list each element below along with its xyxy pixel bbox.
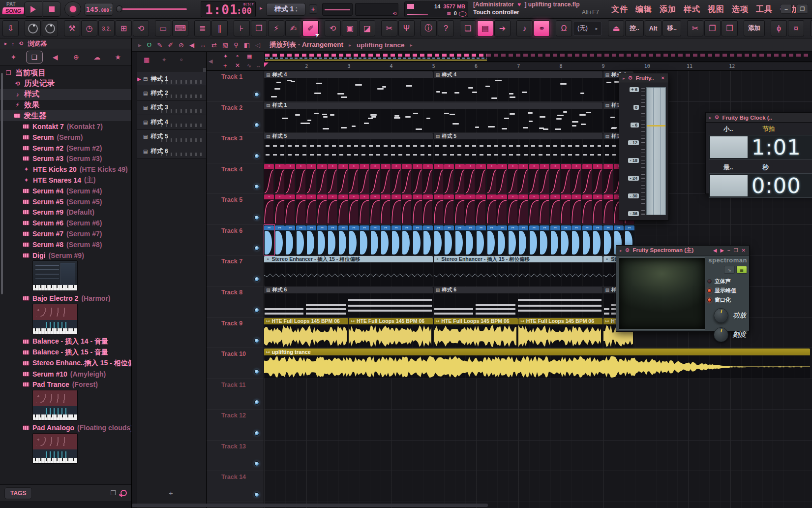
audio-clip[interactable]: ↦: [476, 225, 486, 255]
pattern-clip[interactable]: ▤样式 1: [264, 102, 602, 132]
track-header[interactable]: Track 8: [207, 286, 264, 318]
audio-clip[interactable]: ↦HTE Full Loops 145 BPM 06: [434, 318, 518, 348]
pattern-clip[interactable]: ▤样式 5: [434, 133, 602, 163]
automation-clip[interactable]: ⚬: [391, 164, 401, 194]
audio-clip[interactable]: ↦: [285, 225, 295, 255]
clip-header[interactable]: ▤样式 5: [434, 133, 602, 139]
clip-header[interactable]: ↦HTE Full Loops 145 BPM 06: [349, 318, 433, 324]
clip-header[interactable]: ▤样式 4: [434, 71, 602, 78]
automation-clip[interactable]: ⚬: [550, 194, 560, 224]
audio-clip[interactable]: ↦: [434, 225, 444, 255]
clip-header[interactable]: ↦HTE Full Loops 145 BPM 06: [518, 318, 602, 324]
audio-clip[interactable]: ↦HTE Full Loops 145 BPM 06: [349, 318, 433, 348]
cut-button-icon[interactable]: ✂: [687, 20, 703, 36]
record-audio-icon[interactable]: Ψ: [398, 20, 415, 36]
track-lane[interactable]: [264, 441, 812, 472]
browser-item[interactable]: Serum #5(Serum #5): [0, 196, 131, 207]
save-new-version-icon[interactable]: ◪: [359, 20, 375, 36]
browser-item[interactable]: Serum #9(Default): [0, 207, 131, 218]
panel-arrow-icon[interactable]: ▸: [709, 115, 712, 120]
pattern-prev-button[interactable]: ▸: [260, 5, 263, 11]
automation-clip[interactable]: ⚬: [423, 164, 433, 194]
browser-item[interactable]: ♪样式: [0, 89, 131, 100]
automation-clip[interactable]: ⚬: [497, 194, 507, 224]
master-volume-knob[interactable]: [25, 20, 41, 36]
close-icon[interactable]: ✕: [661, 75, 665, 81]
browser-item[interactable]: Serum #4(Serum #4): [0, 186, 131, 196]
automation-clip[interactable]: ⚬: [338, 164, 348, 194]
master-pitch-knob[interactable]: [42, 20, 58, 36]
minimize-button[interactable]: –: [781, 4, 792, 14]
automation-clip[interactable]: ⚬: [306, 164, 316, 194]
pattern-clip[interactable]: ▤样式 4: [264, 71, 433, 101]
clip-header[interactable]: ↦uplifting trance: [264, 349, 810, 355]
track-led[interactable]: [254, 154, 259, 159]
automation-clip[interactable]: ⚬: [593, 164, 602, 194]
pat-song-toggle[interactable]: PAT SONG: [2, 1, 22, 17]
pattern-clip[interactable]: ▤样式 5: [264, 133, 433, 163]
browser-collapse-icon[interactable]: ▸: [4, 40, 7, 47]
clip-header[interactable]: ▤样式 6: [434, 287, 602, 293]
play-button[interactable]: [24, 1, 42, 17]
metronome-icon[interactable]: ⚒: [64, 20, 80, 36]
paste-button-icon[interactable]: ❒: [722, 20, 738, 36]
audio-clip[interactable]: ↦: [561, 225, 571, 255]
automation-clip[interactable]: ⚬: [264, 164, 274, 194]
browser-item[interactable]: Serum #8(Serum #8): [0, 239, 131, 250]
loop-record-icon[interactable]: ⟲: [133, 20, 149, 36]
automation-clip[interactable]: ⚬: [381, 194, 391, 224]
menu-item-5[interactable]: 视图: [708, 4, 724, 15]
browser-item[interactable]: ⟲历史记录: [0, 78, 131, 89]
picker-audio-tab[interactable]: ✦: [161, 56, 167, 64]
automation-source-icon[interactable]: ⚬: [235, 53, 240, 60]
audio-clip[interactable]: ↦: [550, 225, 560, 255]
automation-clip[interactable]: ⚬: [465, 164, 475, 194]
track-led[interactable]: [254, 184, 259, 189]
audio-clip[interactable]: ↦: [540, 225, 549, 255]
automation-clip[interactable]: ⚬: [434, 194, 444, 224]
automation-clip[interactable]: ⚬: [497, 164, 507, 194]
audio-clip[interactable]: ↦: [444, 225, 454, 255]
center-control-icon[interactable]: ϕ: [771, 20, 787, 36]
cut-audio-icon[interactable]: ✂: [381, 20, 397, 36]
track-lane[interactable]: [264, 379, 812, 410]
automation-clip[interactable]: ⚬: [444, 164, 454, 194]
automation-clip[interactable]: ⚬: [370, 164, 380, 194]
slide-tool-icon[interactable]: ⇄: [211, 41, 217, 49]
menu-item-7[interactable]: 工具: [756, 4, 773, 15]
audio-clip[interactable]: ↦HTE Full Loops 145 BPM 06: [264, 318, 348, 348]
horizontal-scrollbar[interactable]: [132, 504, 488, 507]
audio-clip[interactable]: ↦: [455, 225, 465, 255]
menu-item-3[interactable]: 添加: [660, 4, 676, 15]
stretch-icon[interactable]: ↔: [256, 63, 261, 68]
audio-source-icon[interactable]: ✦: [223, 53, 228, 60]
audio-clip[interactable]: ↦uplifting trance: [264, 349, 810, 379]
browser-up-icon[interactable]: ↑: [12, 41, 15, 47]
pattern-item[interactable]: ▶▤样式 1: [137, 72, 206, 86]
track-header[interactable]: Track 13: [207, 441, 264, 472]
browser-item[interactable]: Pad Analogo(Floating clouds): [0, 422, 131, 433]
pattern-item[interactable]: ▤样式 3: [137, 101, 206, 115]
track-led[interactable]: [254, 92, 259, 97]
clip-header[interactable]: ▤样式 1: [264, 102, 602, 109]
pattern-item[interactable]: ▤样式 4: [137, 115, 206, 129]
playlist-overview-scrollbar[interactable]: [264, 52, 812, 62]
delete-track-icon[interactable]: ✕: [235, 62, 240, 69]
browser-item[interactable]: Serum #7(Serum #7): [0, 228, 131, 239]
preview-tool-icon[interactable]: ◧: [244, 41, 250, 49]
audio-clip[interactable]: ↦: [423, 225, 433, 255]
spectroman-option[interactable]: 窗口化: [707, 296, 747, 304]
tags-button[interactable]: TAGS: [4, 487, 32, 499]
automation-clip[interactable]: ⚬: [275, 194, 285, 224]
fader-track[interactable]: [646, 87, 666, 215]
browser-item[interactable]: ✦HTE Snares 14(主): [0, 175, 131, 186]
mixer-docking-icon[interactable]: ∥: [211, 20, 228, 36]
close-icon[interactable]: ✕: [742, 248, 746, 253]
automation-clip[interactable]: ⚬: [338, 194, 348, 224]
track-header[interactable]: Track 12: [207, 410, 264, 441]
multilink-controllers-icon[interactable]: ≣: [194, 20, 211, 36]
snap-dropdown[interactable]: (无)▸: [573, 22, 602, 35]
automation-clip[interactable]: ⚬: [540, 164, 549, 194]
audio-clip[interactable]: ↦: [487, 225, 497, 255]
audio-clip[interactable]: ↦: [360, 225, 369, 255]
